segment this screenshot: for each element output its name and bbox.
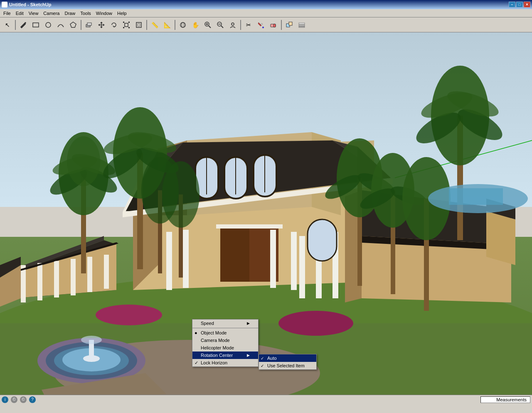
svg-rect-4	[87, 23, 91, 25]
tool-orbit[interactable]	[177, 19, 189, 31]
svg-point-105	[67, 136, 100, 186]
tool-tape[interactable]: 📏	[149, 19, 160, 31]
ctx-sep1	[192, 328, 258, 328]
tool-circle[interactable]	[42, 19, 54, 31]
status-icon-copyright1[interactable]: ©	[11, 396, 17, 403]
titlebar-buttons: − □ ✕	[509, 2, 530, 7]
svg-rect-5	[125, 23, 128, 27]
close-button[interactable]: ✕	[524, 2, 530, 7]
titlebar-title: Untitled - SketchUp	[9, 2, 51, 7]
tool-scale[interactable]	[121, 19, 132, 31]
ctx-rotation-label: Rotation Center	[201, 353, 233, 358]
tool-arc[interactable]	[55, 19, 66, 31]
toolbar: ↖ 📏 📐 ✋ ✂	[0, 17, 532, 32]
svg-rect-41	[71, 259, 76, 295]
tool-section[interactable]: ✂	[243, 19, 254, 31]
svg-rect-42	[87, 257, 92, 292]
tool-move[interactable]	[96, 19, 107, 31]
svg-rect-28	[299, 23, 305, 24]
ctx-object-check: ●	[195, 330, 197, 335]
tool-component[interactable]	[283, 19, 295, 31]
svg-rect-11	[138, 24, 140, 26]
statusbar-left: i © © ?	[2, 396, 36, 403]
minimize-button[interactable]: −	[509, 2, 515, 7]
svg-rect-40	[54, 261, 59, 297]
svg-rect-25	[289, 22, 292, 25]
submenu-auto-check: ✓	[261, 356, 264, 361]
rotation-center-submenu: ✓ Auto ✓ Use Selected Item	[259, 354, 317, 370]
status-icon-help[interactable]: ?	[29, 396, 36, 403]
tool-zoom-out[interactable]	[214, 19, 226, 31]
titlebar: Untitled - SketchUp − □ ✕	[0, 0, 532, 9]
menu-help[interactable]: Help	[115, 10, 129, 17]
sep2	[81, 20, 81, 30]
menu-draw[interactable]: Draw	[62, 10, 78, 17]
canvas-area[interactable]: Speed ▶ ● Object Mode Camera Mode Helico…	[0, 32, 532, 404]
menubar: File Edit View Camera Draw Tools Window …	[0, 9, 532, 17]
menu-window[interactable]: Window	[94, 10, 115, 17]
submenu-auto[interactable]: ✓ Auto	[259, 354, 316, 362]
tool-protractor[interactable]: 📐	[161, 19, 173, 31]
svg-rect-71	[216, 224, 283, 229]
tool-layers[interactable]	[296, 19, 308, 31]
ctx-lock-label: Lock Horizon	[201, 360, 227, 365]
svg-rect-8	[123, 27, 124, 28]
svg-rect-81	[299, 236, 305, 298]
submenu-use-selected[interactable]: ✓ Use Selected Item	[259, 362, 316, 369]
svg-rect-7	[128, 22, 130, 23]
tool-pushpull[interactable]	[83, 19, 95, 31]
status-icon-copyright2[interactable]: ©	[20, 396, 27, 403]
tool-zoom[interactable]	[202, 19, 214, 31]
svg-rect-26	[299, 26, 305, 27]
ctx-object-label: Object Mode	[201, 330, 227, 335]
tool-lookaround[interactable]	[227, 19, 239, 31]
measurements-box[interactable]: Measurements	[480, 396, 530, 403]
ctx-speed[interactable]: Speed ▶	[192, 320, 258, 327]
submenu-selected-label: Use Selected Item	[267, 363, 305, 368]
ctx-object-mode[interactable]: ● Object Mode	[192, 329, 258, 337]
svg-point-21	[232, 23, 234, 25]
submenu-auto-label: Auto	[267, 356, 277, 361]
sep3	[146, 20, 147, 30]
ctx-camera-mode[interactable]: Camera Mode	[192, 337, 258, 344]
sep4	[175, 20, 175, 30]
tool-polygon[interactable]	[67, 19, 79, 31]
menu-edit[interactable]: Edit	[13, 10, 26, 17]
svg-rect-69	[220, 228, 249, 282]
menu-camera[interactable]: Camera	[41, 10, 62, 17]
sep5	[240, 20, 241, 30]
tool-eraser[interactable]	[268, 19, 279, 31]
menu-tools[interactable]: Tools	[78, 10, 94, 17]
svg-marker-2	[70, 22, 76, 27]
svg-point-12	[180, 22, 185, 27]
menu-view[interactable]: View	[26, 10, 41, 17]
tool-offset[interactable]	[133, 19, 145, 31]
ctx-lock-horizon[interactable]: ✓ Lock Horizon	[192, 359, 258, 366]
svg-point-95	[81, 336, 102, 344]
tool-rect[interactable]	[30, 19, 42, 31]
maximize-button[interactable]: □	[516, 2, 523, 7]
tool-paint[interactable]	[255, 19, 267, 31]
ctx-helicopter-mode[interactable]: Helicopter Mode	[192, 344, 258, 352]
tool-pencil[interactable]	[17, 19, 29, 31]
tool-pan[interactable]: ✋	[190, 19, 201, 31]
svg-rect-133	[449, 188, 503, 205]
svg-point-13	[182, 22, 184, 27]
tool-rotate[interactable]	[108, 19, 120, 31]
status-icon-info[interactable]: i	[2, 396, 8, 403]
svg-rect-23	[273, 24, 276, 27]
svg-rect-73	[183, 230, 189, 288]
svg-rect-38	[21, 265, 26, 302]
ctx-rotation-center[interactable]: Rotation Center ▶	[192, 352, 258, 359]
measurements-label: Measurements	[496, 397, 527, 402]
svg-rect-6	[123, 22, 124, 23]
menu-file[interactable]: File	[1, 10, 13, 17]
svg-line-15	[209, 26, 211, 28]
svg-point-131	[162, 161, 200, 228]
ctx-speed-arrow: ▶	[247, 321, 250, 325]
sep6	[281, 20, 282, 30]
ctx-rotation-arrow: ▶	[247, 353, 250, 357]
tool-select[interactable]: ↖	[2, 19, 13, 31]
svg-rect-85	[308, 219, 337, 261]
svg-point-97	[96, 305, 162, 325]
